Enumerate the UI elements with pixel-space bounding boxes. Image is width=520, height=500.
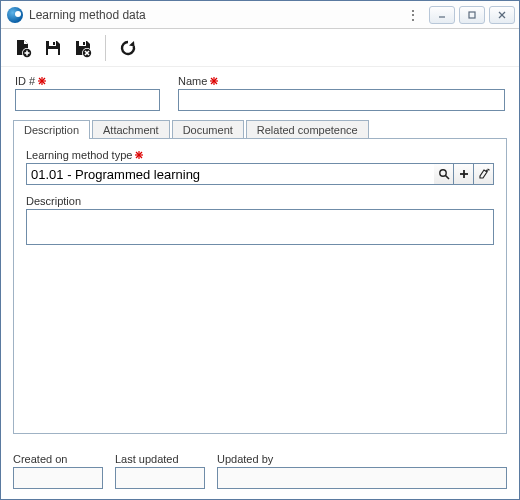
created-on-label: Created on <box>13 453 103 465</box>
toolbar <box>1 29 519 67</box>
tab-panel-description: Learning method type Description <box>13 138 507 434</box>
close-button[interactable] <box>489 6 515 24</box>
footer: Created on Last updated Updated by <box>13 453 507 489</box>
required-icon <box>37 76 47 86</box>
tab-attachment[interactable]: Attachment <box>92 120 170 139</box>
svg-rect-10 <box>53 42 55 45</box>
svg-rect-9 <box>48 49 58 55</box>
required-icon <box>209 76 219 86</box>
kebab-menu-icon[interactable]: ⋮ <box>401 7 425 23</box>
id-label: ID # <box>15 75 160 87</box>
refresh-button[interactable] <box>114 34 142 62</box>
search-icon[interactable] <box>434 163 454 185</box>
title-bar: Learning method data ⋮ <box>1 1 519 29</box>
add-icon[interactable] <box>454 163 474 185</box>
save-button[interactable] <box>39 34 67 62</box>
tab-bar: Description Attachment Document Related … <box>13 119 507 138</box>
app-icon <box>7 7 23 23</box>
minimize-button[interactable] <box>429 6 455 24</box>
id-input[interactable] <box>15 89 160 111</box>
window-title: Learning method data <box>29 8 401 22</box>
svg-line-30 <box>445 176 449 180</box>
tab-description[interactable]: Description <box>13 120 90 139</box>
required-icon <box>134 150 144 160</box>
name-input[interactable] <box>178 89 505 111</box>
maximize-button[interactable] <box>459 6 485 24</box>
tab-document[interactable]: Document <box>172 120 244 139</box>
last-updated-label: Last updated <box>115 453 205 465</box>
updated-by-field <box>217 467 507 489</box>
tab-related-competence[interactable]: Related competence <box>246 120 369 139</box>
updated-by-label: Updated by <box>217 453 507 465</box>
clear-icon[interactable] <box>474 163 494 185</box>
description-textarea[interactable] <box>26 209 494 245</box>
delete-button[interactable] <box>69 34 97 62</box>
name-label: Name <box>178 75 505 87</box>
learning-method-type-input[interactable] <box>26 163 434 185</box>
svg-rect-1 <box>469 12 475 18</box>
created-on-field <box>13 467 103 489</box>
svg-point-29 <box>439 170 445 176</box>
svg-rect-12 <box>83 42 85 45</box>
toolbar-separator <box>105 35 106 61</box>
last-updated-field <box>115 467 205 489</box>
description-label: Description <box>26 195 494 207</box>
learning-method-type-label: Learning method type <box>26 149 494 161</box>
new-record-button[interactable] <box>9 34 37 62</box>
